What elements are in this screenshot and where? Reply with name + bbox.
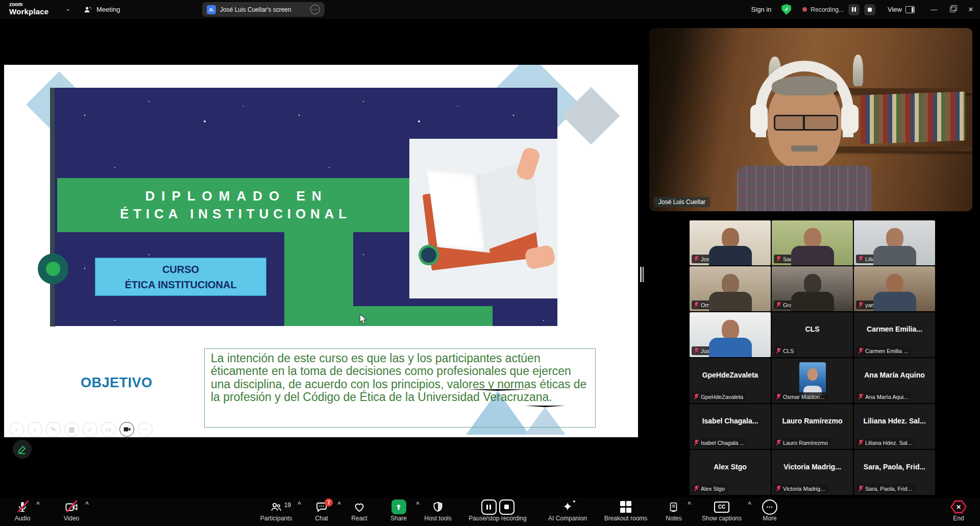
audio-options-chevron[interactable]: ^ xyxy=(36,501,40,507)
ai-companion-button[interactable]: ✦ AI Companion xyxy=(543,497,592,522)
background-books xyxy=(861,91,965,144)
camera-toggle-button[interactable] xyxy=(119,422,134,437)
notes-button[interactable]: Notes ^ xyxy=(659,497,688,522)
close-button[interactable]: ✕ xyxy=(962,0,980,19)
pen-tool-button[interactable]: ✎ xyxy=(46,422,61,437)
active-speaker-video[interactable]: José Luis Cuellar xyxy=(649,28,972,211)
participant-name-label: Ana María Aqui... xyxy=(865,394,908,400)
participants-chevron[interactable]: ^ xyxy=(298,501,301,507)
previous-slide-button[interactable]: ‹ xyxy=(9,422,24,437)
muted-mic-icon xyxy=(858,347,863,354)
minimize-button[interactable]: — xyxy=(925,0,943,19)
participant-tile[interactable]: Carmen Emilia... Carmen Emilia ... xyxy=(854,312,935,357)
participant-tile[interactable]: Lilia Elena Aguil... xyxy=(854,220,935,265)
participant-tile[interactable]: Alex Stgo Alex Stgo xyxy=(690,450,771,495)
pencil-icon xyxy=(17,444,27,454)
participant-name-label: yamir paz oriza... xyxy=(865,302,908,308)
objective-heading: OBJETIVO xyxy=(81,375,153,391)
participant-tile[interactable]: Isabel Chagala... Isabel Chagala ... xyxy=(690,404,771,449)
participant-name-pill: Isabel Chagala ... xyxy=(692,438,748,447)
breakout-rooms-label: Breakout rooms xyxy=(604,515,648,522)
heart-icon xyxy=(353,501,365,513)
avatar: JL xyxy=(207,5,216,14)
participant-tile[interactable]: Osmar Maldon... xyxy=(772,358,853,403)
breakout-rooms-button[interactable]: Breakout rooms xyxy=(599,497,652,522)
participants-button[interactable]: 19 Participants ^ xyxy=(254,497,298,522)
audio-button[interactable]: Audio ^ xyxy=(8,497,37,522)
next-slide-button[interactable]: › xyxy=(28,422,42,437)
slide-title-line1: DIPLOMADO EN xyxy=(138,188,328,204)
share-button[interactable]: Share ^ xyxy=(381,497,416,522)
end-meeting-button[interactable]: ✕ End xyxy=(944,497,973,522)
participant-name-label: Sandra Jannet F... xyxy=(783,256,828,262)
participant-tile[interactable]: Liliana Hdez. Sal... Liliana Hdez. Sal..… xyxy=(854,404,935,449)
participant-tile[interactable]: yamir paz oriza... xyxy=(854,266,935,311)
participant-name-label: Lilia Elena Aguil... xyxy=(865,256,910,262)
participant-tile[interactable]: Lauro Ramírezmo Lauro Ramírezmo xyxy=(772,404,853,449)
participant-tile[interactable]: CLS CLS xyxy=(772,312,853,357)
sign-in-link[interactable]: Sign in xyxy=(751,6,772,13)
participant-display-name: Isabel Chagala... xyxy=(690,404,771,438)
participant-tile[interactable]: Victoria Madrig... Victoria Madrig... xyxy=(772,450,853,495)
view-label: View xyxy=(888,6,902,13)
participants-icon xyxy=(270,501,283,513)
panel-resize-handle[interactable] xyxy=(640,267,644,282)
participant-name-label: Liliana Hdez. Sal... xyxy=(865,440,912,446)
chevron-down-icon[interactable]: ⌄ xyxy=(65,5,70,12)
video-button[interactable]: Video ^ xyxy=(57,497,86,522)
pause-recording-icon[interactable] xyxy=(481,499,497,515)
speaker-name-label: José Luis Cuellar xyxy=(654,197,710,207)
more-button[interactable]: ⋯ More xyxy=(755,497,784,522)
captions-chevron[interactable]: ^ xyxy=(748,501,751,507)
stop-recording-button[interactable] xyxy=(864,4,875,15)
participant-name-pill: Sandra Jannet F... xyxy=(774,255,831,263)
presentation-controls: ‹ › ✎ ▦ ⌕ ▭ ⋯ xyxy=(9,422,153,437)
slides-overview-button[interactable]: ▦ xyxy=(64,422,79,437)
participant-tile[interactable]: Sara, Paola, Frid... Sara, Paola, Frid..… xyxy=(854,450,935,495)
stop-recording-icon[interactable] xyxy=(499,499,514,515)
pause-stop-recording-button[interactable]: Pause/stop recording xyxy=(459,497,536,522)
pause-recording-button[interactable] xyxy=(848,4,860,15)
zoom-workplace-logo: zoom Workplace xyxy=(9,2,48,15)
headphone-earcup xyxy=(750,105,768,133)
participant-tile[interactable]: Grace Michelle ... xyxy=(772,266,853,311)
muted-mic-icon xyxy=(858,393,863,400)
restore-button[interactable] xyxy=(943,0,962,19)
tab-shared-screen[interactable]: JL José Luis Cuellar's screen ⋯ xyxy=(202,2,325,17)
host-tools-button[interactable]: Host tools xyxy=(424,497,452,522)
chat-button[interactable]: 7 Chat ^ xyxy=(305,497,338,522)
participant-display-name: Sara, Paola, Frid... xyxy=(854,450,935,484)
share-chevron[interactable]: ^ xyxy=(416,501,420,507)
show-captions-button[interactable]: CC Show captions ^ xyxy=(695,497,748,522)
security-shield-icon[interactable]: ✓ xyxy=(781,4,791,15)
more-icon: ⋯ xyxy=(762,499,777,515)
participant-name-label: Grace Michelle ... xyxy=(783,302,827,308)
participant-tile[interactable]: José Luis Álvare... xyxy=(690,220,771,265)
zoom-tool-button[interactable]: ⌕ xyxy=(83,422,97,437)
participant-tile[interactable]: Sandra Jannet F... xyxy=(772,220,853,265)
share-label: Share xyxy=(390,515,407,522)
notes-chevron[interactable]: ^ xyxy=(688,501,691,507)
participant-tile[interactable]: Ana María Aquino Ana María Aqui... xyxy=(854,358,935,403)
participant-name-pill: CLS xyxy=(774,346,797,355)
tab-meeting[interactable]: Meeting xyxy=(83,0,120,19)
display-settings-button[interactable]: ▭ xyxy=(101,422,116,437)
tab-options-icon[interactable]: ⋯ xyxy=(310,5,320,14)
more-tools-button[interactable]: ⋯ xyxy=(138,422,153,437)
record-label: Pause/stop recording xyxy=(469,515,526,522)
notes-label: Notes xyxy=(666,515,681,522)
view-menu[interactable]: View xyxy=(888,6,915,13)
participant-name-label: Carmen Emilia ... xyxy=(865,348,908,354)
participant-name-pill: Liliana Hdez. Sal... xyxy=(856,438,915,447)
participant-name-pill: yamir paz oriza... xyxy=(856,300,911,309)
react-button[interactable]: React xyxy=(345,497,374,522)
notes-icon xyxy=(668,501,679,513)
logo-zoom-text: zoom xyxy=(9,2,48,8)
participant-tile[interactable]: Omar AngelVela... xyxy=(690,266,771,311)
video-options-chevron[interactable]: ^ xyxy=(85,501,89,507)
participant-tile[interactable]: GpeHdeZavaleta GpeHdeZavaleta xyxy=(690,358,771,403)
participant-tile[interactable]: Juan Alberto Ro... xyxy=(690,312,771,357)
muted-mic-icon xyxy=(694,485,699,492)
chat-chevron[interactable]: ^ xyxy=(337,501,341,507)
annotate-button[interactable] xyxy=(13,440,32,459)
